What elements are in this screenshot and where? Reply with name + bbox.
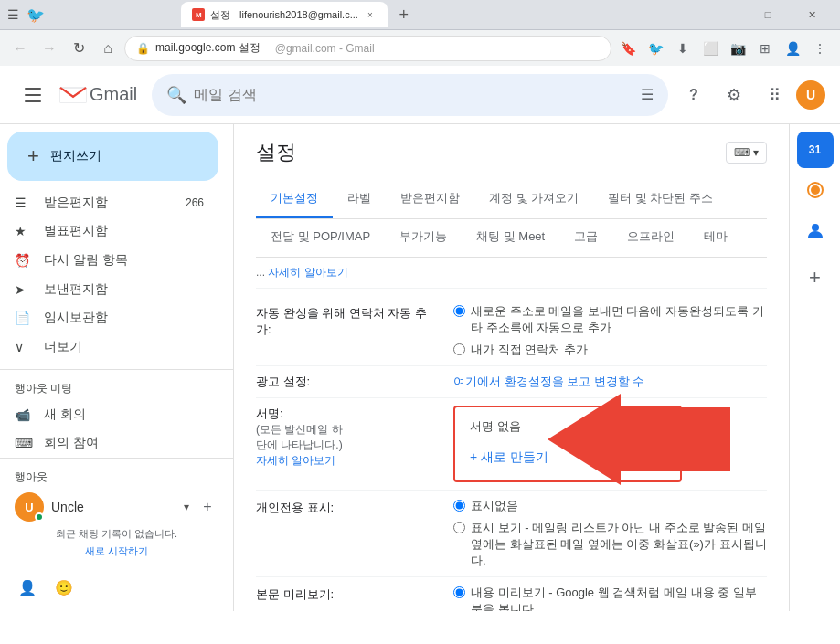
extension-btn1[interactable]: 🔖	[615, 36, 641, 61]
home-btn[interactable]: ⌂	[95, 36, 121, 61]
tab-bar: M 설정 - lifenourish2018@gmail.c... × +	[181, 2, 703, 27]
new-tab-btn[interactable]: +	[391, 2, 417, 27]
tab-filters[interactable]: 필터 및 차단된 주소	[593, 181, 728, 218]
personal-opt1-label[interactable]: 표시없음	[453, 498, 767, 514]
signature-sublabel1: (모든 발신메일 하	[256, 422, 439, 438]
hangout-user-row[interactable]: U Uncle ▾ +	[0, 489, 233, 525]
tab-inbox[interactable]: 받은편지함	[386, 181, 474, 218]
address-domain: @gmail.com - Gmail	[275, 42, 375, 55]
app-header: Gmail 🔍 ☰ ? ⚙ ⠿ U	[0, 66, 840, 124]
autocomplete-radio2[interactable]	[453, 343, 465, 355]
hangout-section-label: 행아웃	[0, 466, 233, 489]
ad-row: 광고 설정: 여기에서 환경설정을 보고 변경할 수	[256, 366, 767, 398]
autocomplete-radio1[interactable]	[453, 305, 465, 317]
address-field[interactable]: 🔒 mail.google.com 설정 – @gmail.com - Gmai…	[124, 36, 611, 61]
autocomplete-opt1-label[interactable]: 새로운 주소로 메일을 보내면 다음에 자동완성되도록 기타 주소록에 자동으로…	[453, 303, 767, 336]
tab-offline[interactable]: 오프라인	[612, 219, 689, 257]
nav-item-snoozed[interactable]: ⏰ 다시 알림 항목	[0, 246, 218, 275]
nav-item-new-meeting[interactable]: 📹 새 회의	[0, 400, 233, 429]
new-chat-link[interactable]: 새로 시작하기	[0, 543, 233, 560]
tab-close-btn[interactable]: ×	[364, 8, 377, 21]
autocomplete-opt2-label[interactable]: 내가 직접 연락처 추가	[453, 342, 767, 358]
tab-themes[interactable]: 테마	[689, 219, 742, 257]
tab-addons[interactable]: 부가기능	[385, 219, 462, 257]
hamburger-btn[interactable]	[15, 77, 51, 113]
keyboard-shortcuts-btn[interactable]: ⌨ ▾	[726, 142, 767, 164]
new-meeting-icon: 📹	[15, 407, 33, 422]
sidebar-person-icon-btn[interactable]: 👤	[11, 571, 44, 604]
signature-label-container: 서명: (모든 발신메일 하 단에 나타납니다.) 자세히 알아보기	[256, 406, 439, 469]
sent-icon: ➤	[15, 282, 33, 297]
learn-more-link-top[interactable]: 자세히 알아보기	[268, 266, 347, 279]
nav-item-inbox[interactable]: ☰ 받은편지함 266	[0, 188, 218, 217]
signature-new-btn[interactable]: + 새로 만들기	[470, 446, 665, 470]
preview-radio1[interactable]	[453, 586, 465, 598]
tab-forwarding[interactable]: 전달 및 POP/IMAP	[256, 219, 385, 257]
app-body: + 편지쓰기 ☰ 받은편지함 266 ★ 별표편지함 ⏰ 다시 알림 항목 ➤ …	[0, 124, 840, 611]
nav-item-more[interactable]: ∨ 더보기	[0, 333, 218, 362]
profile-btn[interactable]: 👤	[780, 36, 805, 61]
join-meeting-icon: ⌨	[15, 436, 33, 450]
search-icon: 🔍	[166, 85, 186, 105]
minimize-btn[interactable]: —	[703, 0, 745, 29]
search-input[interactable]	[194, 87, 633, 103]
settings-btn[interactable]: ⚙	[716, 77, 752, 113]
extension-btn4[interactable]: ⬜	[697, 36, 723, 61]
browser-titlebar: ☰ 🐦 M 설정 - lifenourish2018@gmail.c... × …	[0, 0, 840, 29]
nav-item-join-meeting[interactable]: ⌨ 회의 참여	[0, 428, 233, 458]
ham-line3	[25, 100, 41, 102]
close-window-btn[interactable]: ✕	[791, 0, 833, 29]
browser-bird-icon: 🐦	[27, 6, 45, 24]
chrome-menu-btn[interactable]: ⋮	[807, 36, 833, 61]
nav-item-starred[interactable]: ★ 별표편지함	[0, 217, 218, 247]
no-chat-text: 최근 채팅 기록이 없습니다.	[0, 525, 233, 543]
extension-btn2[interactable]: 🐦	[643, 36, 668, 61]
nav-item-sent[interactable]: ➤ 보낸편지함	[0, 275, 218, 304]
ham-line1	[25, 88, 41, 90]
add-right-btn[interactable]: +	[797, 259, 834, 296]
sidebar-emoji-icon-btn[interactable]: 🙂	[48, 571, 80, 604]
settings-section-above: ... 자세히 알아보기	[256, 265, 767, 289]
settings-title-row: 설정 ⌨ ▾	[256, 139, 767, 166]
forward-btn[interactable]: →	[37, 36, 62, 61]
lock-icon: 🔒	[136, 42, 150, 55]
tab-favicon: M	[192, 8, 205, 21]
tab-labels[interactable]: 라벨	[333, 181, 386, 218]
tab-accounts[interactable]: 계정 및 가져오기	[474, 181, 593, 218]
back-btn[interactable]: ←	[7, 36, 33, 61]
reload-btn[interactable]: ↻	[66, 36, 91, 61]
personal-opt2-label[interactable]: 표시 보기 - 메일링 리스트가 아닌 내 주소로 발송된 메일 옆에는 화살표…	[453, 520, 767, 569]
meet-section-label: 행아웃 미팅	[0, 377, 233, 400]
tab-advanced[interactable]: 고급	[559, 219, 612, 257]
inbox-label: 받은편지함	[44, 195, 108, 211]
autocomplete-opt1-text: 새로운 주소로 메일을 보내면 다음에 자동완성되도록 기타 주소록에 자동으로…	[471, 303, 767, 336]
apps-btn[interactable]: ⠿	[756, 77, 792, 113]
ad-link[interactable]: 여기에서 환경설정을 보고 변경할 수	[453, 375, 644, 388]
search-filter-icon[interactable]: ☰	[641, 86, 654, 103]
inbox-icon: ☰	[15, 195, 33, 210]
drafts-icon: 📄	[15, 311, 33, 325]
extension-btn5[interactable]: 📷	[725, 36, 750, 61]
contacts-btn[interactable]	[797, 212, 834, 248]
ham-line2	[25, 94, 41, 96]
tasks-btn[interactable]	[797, 172, 834, 208]
preview-opt1-label[interactable]: 내용 미리보기 - Google 웹 검색처럼 메일 내용 중 일부분을 봅니다…	[453, 585, 767, 611]
preview-row: 본문 미리보기: 내용 미리보기 - Google 웹 검색처럼 메일 내용 중…	[256, 577, 767, 611]
personal-radio1[interactable]	[453, 500, 465, 512]
tab-chat[interactable]: 채팅 및 Meet	[462, 219, 559, 257]
browser-menu-icon[interactable]: ☰	[7, 7, 19, 22]
help-btn[interactable]: ?	[675, 77, 712, 113]
signature-learn-more[interactable]: 자세히 알아보기	[256, 454, 335, 467]
maximize-btn[interactable]: □	[747, 0, 789, 29]
compose-btn[interactable]: + 편지쓰기	[7, 132, 218, 181]
extension-btn6[interactable]: ⊞	[752, 36, 778, 61]
tab-general[interactable]: 기본설정	[256, 181, 333, 218]
user-avatar[interactable]: U	[796, 80, 825, 110]
gmail-logo: Gmail	[58, 84, 137, 106]
extension-btn3[interactable]: ⬇	[670, 36, 696, 61]
nav-item-drafts[interactable]: 📄 임시보관함	[0, 304, 218, 333]
personal-radio2[interactable]	[453, 522, 465, 533]
active-tab[interactable]: M 설정 - lifenourish2018@gmail.c... ×	[181, 2, 388, 27]
calendar-btn[interactable]: 31	[797, 132, 834, 168]
hangout-add-btn[interactable]: +	[197, 496, 218, 518]
